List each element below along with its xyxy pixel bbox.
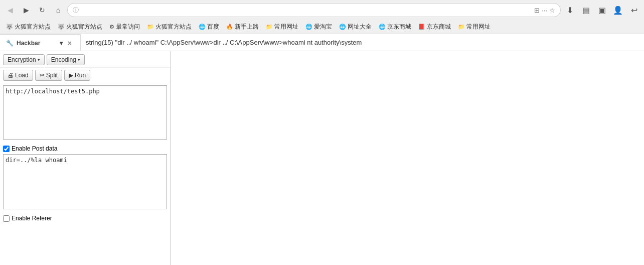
bookmark-label: 火狐官方站点 [155,23,192,31]
encoding-label: Encoding [51,56,76,63]
download-button[interactable]: ⬇ [563,3,577,17]
bookmark-label: 网址大全 [348,23,372,31]
page-content-area [171,51,644,265]
bookmark-label: 火狐官方站点 [15,23,51,31]
reload-button[interactable]: ↻ [35,3,49,17]
bookmark-urlhub[interactable]: 🌐 网址大全 [336,22,375,32]
hackbar-panel: Encryption ▾ Encoding ▾ 🖨 Load ✂ Split [0,51,171,265]
bookmark-icon: 🔥 [226,24,233,30]
hackbar-tab-dropdown[interactable]: ▾ [60,40,63,47]
history-button[interactable]: ▤ [579,3,593,17]
bookmark-taobao[interactable]: 🌐 爱淘宝 [302,22,335,32]
encoding-dropdown-icon: ▾ [78,57,80,62]
bookmark-foxofficial1[interactable]: 🐺 火狐官方站点 [3,22,54,32]
address-bar-icons: ⊞ ··· ☆ [534,7,555,14]
bookmark-mostvisited[interactable]: ⚙ 最常访问 [106,22,143,32]
bookmarks-bar: 🐺 火狐官方站点 🐺 火狐官方站点 ⚙ 最常访问 📁 火狐官方站点 🌐 百度 🔥… [0,20,644,34]
hackbar-actions: 🖨 Load ✂ Split ▶ Run [0,68,170,83]
bookmark-icon: 🐺 [6,24,13,30]
tab-close-button[interactable]: × [66,38,74,48]
run-button[interactable]: ▶ Run [64,70,90,81]
page-result-text: string(15) "dir ../ whoami" C:\AppServ\w… [86,39,362,46]
bookmark-commonurls1[interactable]: 📁 常用网址 [263,22,301,32]
home-button[interactable]: ⌂ [51,3,65,17]
bookmark-label: 最常访问 [116,23,140,31]
address-input[interactable]: localhost/test5.php [82,7,531,14]
load-icon: 🖨 [8,72,14,79]
bookmark-label: 常用网址 [466,23,491,31]
bookmark-icon: 📁 [266,24,273,30]
browser-chrome: ◀ ▶ ↻ ⌂ ⓘ localhost/test5.php ⊞ ··· ☆ ⬇ … [0,0,644,265]
account-button[interactable]: 👤 [611,3,625,17]
bookmark-icon: 🌐 [305,24,312,30]
encryption-button[interactable]: Encryption ▾ [3,54,45,65]
url-textarea[interactable]: http://localhost/test5.php [3,85,167,140]
address-bar: ⓘ localhost/test5.php ⊞ ··· ☆ [67,3,561,17]
load-label: Load [15,72,29,79]
hackbar-tab[interactable]: 🔧 Hackbar ▾ × [0,34,80,51]
bookmark-icon: 📁 [147,24,154,30]
load-button[interactable]: 🖨 Load [3,70,33,81]
bookmark-label: 新手上路 [235,23,259,31]
nav-bar: ◀ ▶ ↻ ⌂ ⓘ localhost/test5.php ⊞ ··· ☆ ⬇ … [0,0,644,20]
url-area: http://localhost/test5.php [0,83,170,143]
tab-bar: 🔧 Hackbar ▾ × string(15) "dir ../ whoami… [0,34,644,51]
bookmark-newuser[interactable]: 🔥 新手上路 [223,22,262,32]
info-icon: ⓘ [73,6,79,15]
bookmark-star-icon[interactable]: ☆ [549,7,555,14]
bookmark-icon: 📁 [458,24,465,30]
enable-referer-label: Enable Referer [12,215,52,222]
bookmark-icon: 🌐 [379,24,386,30]
enable-referer-row: Enable Referer [0,213,170,224]
undo-button[interactable]: ↩ [627,3,641,17]
page-result-preview: string(15) "dir ../ whoami" C:\AppServ\w… [80,34,644,51]
hackbar-tab-icon: 🔧 [6,40,14,47]
sidebar-button[interactable]: ▣ [595,3,609,17]
bookmark-jd2[interactable]: 📕 京东商城 [415,22,454,32]
more-icon[interactable]: ··· [542,7,547,14]
bookmark-icon: 📕 [418,24,425,30]
bookmark-baidu[interactable]: 🌐 百度 [196,22,222,32]
enable-post-checkbox[interactable] [3,146,10,152]
bookmark-icon: 🌐 [199,24,206,30]
qr-icon[interactable]: ⊞ [534,7,540,14]
bookmark-icon: 🌐 [339,24,346,30]
post-area: dir=../%la whoami [0,154,170,213]
split-button[interactable]: ✂ Split [35,70,62,81]
main-layout: Encryption ▾ Encoding ▾ 🖨 Load ✂ Split [0,51,644,265]
bookmark-icon: 🐺 [58,24,65,30]
bookmark-label: 京东商城 [387,23,411,31]
bookmark-foxofficial2[interactable]: 🐺 火狐官方站点 [55,22,105,32]
back-button[interactable]: ◀ [3,3,17,17]
bookmark-label: 爱淘宝 [314,23,332,31]
bookmark-commonurls2[interactable]: 📁 常用网址 [455,22,494,32]
bookmark-label: 火狐官方站点 [66,23,102,31]
bookmark-foxofficial3[interactable]: 📁 火狐官方站点 [144,22,195,32]
encryption-dropdown-icon: ▾ [38,57,40,62]
post-textarea[interactable]: dir=../%la whoami [3,154,167,209]
bookmark-icon: ⚙ [109,24,114,30]
bookmark-label: 京东商城 [427,23,451,31]
split-icon: ✂ [40,72,45,79]
bookmark-label: 常用网址 [274,23,298,31]
nav-right-icons: ⬇ ▤ ▣ 👤 ↩ [563,3,641,17]
run-label: Run [75,72,86,79]
run-icon: ▶ [69,72,73,79]
enable-referer-checkbox[interactable] [3,215,10,222]
hackbar-tab-title: Hackbar [17,40,57,47]
encryption-label: Encryption [8,56,36,63]
hackbar-toolbar: Encryption ▾ Encoding ▾ [0,51,170,68]
bookmark-label: 百度 [207,23,219,31]
forward-button[interactable]: ▶ [19,3,33,17]
enable-post-label: Enable Post data [12,145,57,152]
encoding-button[interactable]: Encoding ▾ [47,54,85,65]
enable-post-row: Enable Post data [0,143,170,154]
split-label: Split [46,72,58,79]
bookmark-jd1[interactable]: 🌐 京东商城 [376,22,414,32]
